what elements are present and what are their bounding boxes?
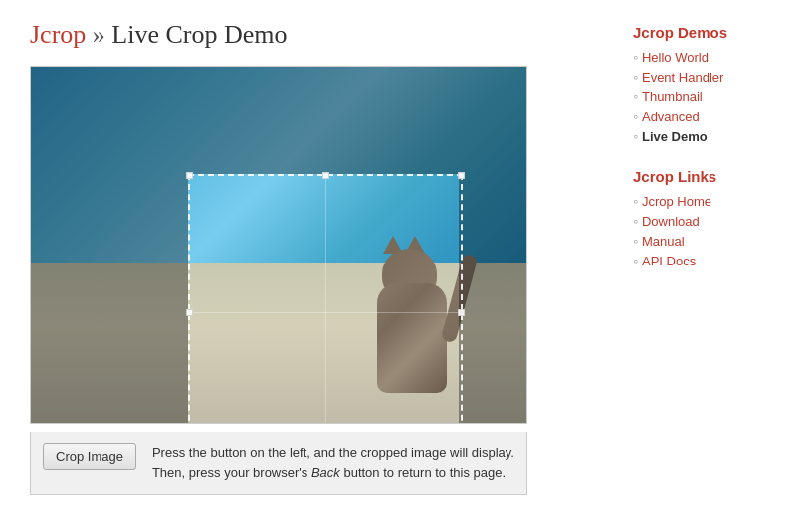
crop-handle-middle-right[interactable] — [458, 309, 465, 316]
sidebar-link-thumbnail[interactable]: Thumbnail — [642, 89, 703, 104]
sidebar-item-hello-world[interactable]: Hello World — [633, 49, 792, 65]
sidebar-demos-list: Hello World Event Handler Thumbnail Adva… — [633, 49, 792, 144]
sidebar-item-manual[interactable]: Manual — [633, 233, 792, 249]
toolbar-text-part2: button to return to this page. — [340, 465, 506, 480]
sidebar-item-live-demo: Live Demo — [633, 128, 792, 144]
title-arrow: » — [93, 20, 105, 49]
sidebar-item-event-handler[interactable]: Event Handler — [633, 69, 792, 85]
sidebar-links-heading: Jcrop Links — [633, 168, 792, 185]
crop-handle-top-left[interactable] — [186, 172, 193, 179]
sidebar-link-api-docs[interactable]: API Docs — [642, 254, 696, 268]
crop-shadow-right — [459, 174, 526, 424]
crop-handle-top-center[interactable] — [322, 172, 329, 179]
sidebar-item-download[interactable]: Download — [633, 213, 792, 229]
toolbar-description: Press the button on the left, and the cr… — [152, 443, 514, 482]
sidebar-item-jcrop-home[interactable]: Jcrop Home — [633, 193, 792, 209]
page-wrapper: Jcrop » Live Crop Demo — [0, 0, 812, 515]
sidebar: Jcrop Demos Hello World Event Handler Th… — [633, 20, 792, 495]
sidebar-item-api-docs[interactable]: API Docs — [633, 253, 792, 268]
page-subtitle: Live Crop Demo — [111, 20, 287, 49]
crop-handle-middle-left[interactable] — [186, 309, 193, 316]
page-title: Jcrop » Live Crop Demo — [30, 20, 603, 50]
crop-toolbar: Crop Image Press the button on the left,… — [30, 432, 527, 495]
sidebar-demos-section: Jcrop Demos Hello World Event Handler Th… — [633, 24, 792, 144]
sidebar-link-jcrop-home[interactable]: Jcrop Home — [642, 194, 711, 209]
crop-shadow-top — [31, 67, 526, 174]
sidebar-link-event-handler[interactable]: Event Handler — [642, 70, 723, 85]
sidebar-link-manual[interactable]: Manual — [642, 234, 685, 249]
sidebar-link-hello-world[interactable]: Hello World — [642, 50, 709, 65]
sidebar-links-section: Jcrop Links Jcrop Home Download Manual A… — [633, 168, 792, 268]
brand-name: Jcrop — [30, 20, 86, 49]
toolbar-text-italic: Back — [311, 465, 340, 480]
sidebar-links-list: Jcrop Home Download Manual API Docs — [633, 193, 792, 268]
crop-guideline-vertical — [325, 176, 326, 424]
sidebar-link-download[interactable]: Download — [642, 214, 700, 229]
sidebar-item-advanced[interactable]: Advanced — [633, 108, 792, 124]
sidebar-active-live-demo: Live Demo — [642, 129, 708, 144]
crop-handle-top-right[interactable] — [458, 172, 465, 179]
crop-selection[interactable] — [188, 174, 463, 424]
crop-overlay — [31, 67, 526, 423]
sidebar-item-thumbnail[interactable]: Thumbnail — [633, 88, 792, 104]
crop-shadow-left — [31, 174, 188, 424]
main-content: Jcrop » Live Crop Demo — [30, 20, 603, 495]
crop-image-container — [30, 66, 527, 424]
sidebar-demos-heading: Jcrop Demos — [633, 24, 792, 41]
sidebar-link-advanced[interactable]: Advanced — [642, 109, 700, 124]
crop-image-button[interactable]: Crop Image — [43, 443, 136, 470]
